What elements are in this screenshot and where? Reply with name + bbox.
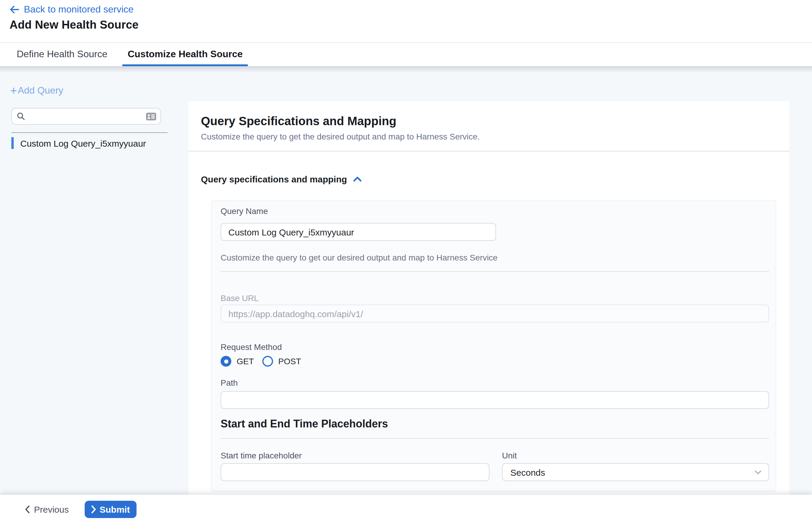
query-search-input[interactable]	[25, 112, 146, 121]
unit-select-value: Seconds	[510, 467, 545, 477]
back-link-label: Back to monitored service	[24, 4, 133, 15]
back-to-monitored-service-link[interactable]: Back to monitored service	[10, 4, 133, 15]
previous-button-label: Previous	[34, 504, 69, 514]
query-spec-section-header: Query specifications and mapping	[201, 174, 362, 184]
query-mapping-panel: Query Specifications and Mapping Customi…	[189, 101, 789, 495]
radio-get[interactable]	[221, 356, 231, 366]
page-header: Back to monitored service Add New Health…	[0, 0, 812, 42]
chevron-right-icon	[91, 506, 96, 513]
card-divider-2	[221, 438, 769, 439]
radio-post[interactable]	[262, 356, 273, 366]
submit-button-label: Submit	[100, 504, 130, 514]
unit-select[interactable]: Seconds	[502, 463, 769, 481]
panel-title: Query Specifications and Mapping	[201, 114, 396, 128]
placeholders-heading: Start and End Time Placeholders	[221, 418, 388, 430]
content-area: + Add Query	[0, 66, 812, 495]
plus-icon: +	[10, 86, 17, 95]
query-sidebar: + Add Query	[0, 66, 189, 495]
radio-get-label: GET	[237, 357, 254, 366]
contact-card-icon[interactable]	[146, 112, 156, 120]
panel-subtitle: Customize the query to get the desired o…	[201, 132, 480, 141]
path-input[interactable]	[221, 391, 769, 409]
previous-button[interactable]: Previous	[25, 495, 69, 524]
add-query-button[interactable]: + Add Query	[10, 85, 63, 96]
footer-action-bar: Previous Submit	[0, 495, 812, 524]
tab-customize-health-source[interactable]: Customize Health Source	[122, 43, 248, 66]
unit-label: Unit	[502, 451, 517, 460]
query-list-item[interactable]: Custom Log Query_i5xmyyuaur	[11, 137, 146, 149]
request-method-radio-group: GET POST	[221, 356, 309, 366]
add-health-source-page: Back to monitored service Add New Health…	[0, 0, 812, 524]
page-title: Add New Health Source	[10, 18, 139, 32]
radio-post-label: POST	[278, 357, 301, 366]
query-name-input[interactable]	[221, 223, 496, 241]
start-time-input[interactable]	[221, 463, 489, 481]
query-spec-card: Query Name Customize the query to get ou…	[211, 200, 776, 492]
chevron-down-icon	[755, 470, 761, 474]
search-icon	[17, 112, 25, 120]
query-name-label: Query Name	[221, 206, 268, 216]
chevron-up-icon[interactable]	[353, 176, 362, 182]
panel-divider	[189, 151, 789, 151]
request-method-label: Request Method	[221, 342, 282, 352]
submit-button[interactable]: Submit	[85, 501, 136, 518]
health-source-tab-bar: Define Health Source Customize Health So…	[0, 42, 812, 66]
tab-define-health-source[interactable]: Define Health Source	[11, 43, 113, 66]
active-tab-underline	[122, 64, 248, 66]
chevron-left-icon	[25, 506, 30, 513]
start-time-label: Start time placeholder	[221, 451, 302, 460]
path-label: Path	[221, 378, 238, 388]
query-item-label: Custom Log Query_i5xmyyuaur	[20, 138, 146, 148]
query-search-box	[11, 108, 161, 125]
base-url-label: Base URL	[221, 293, 259, 303]
section-title: Query specifications and mapping	[201, 174, 347, 184]
add-query-label: Add Query	[18, 85, 63, 96]
card-divider	[221, 271, 769, 272]
selected-indicator-bar	[11, 137, 14, 149]
query-name-helper-text: Customize the query to get our desired o…	[221, 253, 498, 262]
sidebar-divider	[11, 132, 167, 133]
base-url-input	[221, 305, 769, 323]
arrow-left-icon	[10, 5, 19, 14]
